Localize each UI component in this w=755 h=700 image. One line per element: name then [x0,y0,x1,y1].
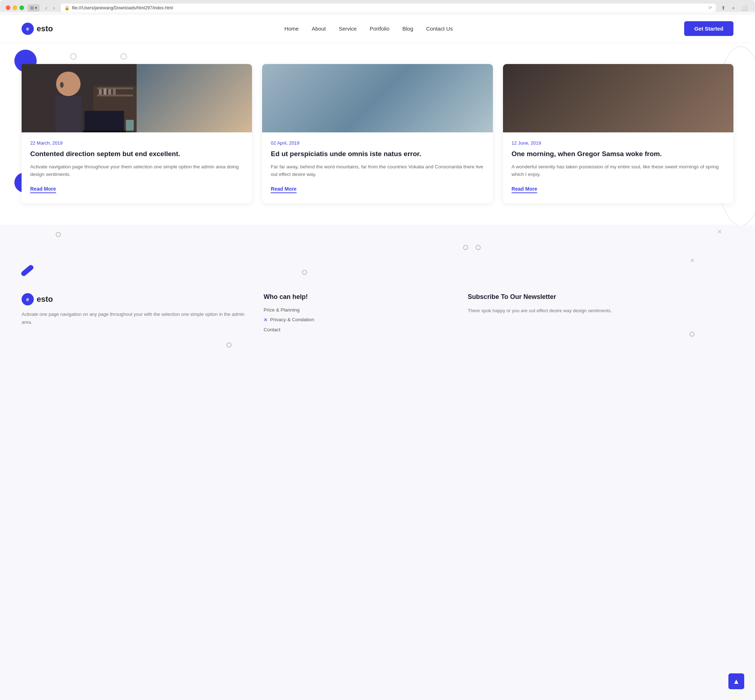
footer-logo[interactable]: e esto [22,293,249,305]
footer-logo-text: esto [37,295,53,304]
card-excerpt-3: A wonderful serenity has taken possessio… [512,163,725,178]
footer-brand: e esto Activate one page navigation on a… [22,293,249,337]
card-image-2 [262,64,493,132]
back-button[interactable]: ‹ [43,4,49,12]
footer-deco-circle-3 [226,342,231,347]
blog-card-3: 12 June, 2019 One morning, when Gregor S… [503,64,733,203]
footer-link-contact-anchor[interactable]: Contact [264,327,281,332]
card-body-1: 22 March, 2019 Contented direction septe… [22,132,252,203]
footer-grid: e esto Activate one page navigation on a… [22,293,733,337]
footer-logo-icon: e [22,293,34,305]
read-more-2[interactable]: Read More [271,186,296,193]
browser-actions: ⬆ + ⬜ [719,4,749,11]
globe-icon: 🔒 [64,5,70,11]
browser-chrome: ⊞ ▾ ‹ › 🔒 file:///Users/janewang/Downloa… [0,0,755,12]
footer-link-privacy: ✕ Privacy & Condation [264,317,453,323]
tabs-button[interactable]: ⬜ [739,4,749,11]
blog-card-2: 02 April, 2019 Ed ut perspiciatis unde o… [262,64,493,203]
new-tab-button[interactable]: + [730,4,737,11]
footer-col-newsletter: Subscribe To Our Newsletter There spok h… [468,293,733,337]
spacer-deco-circle-3 [476,245,481,250]
footer-link-price-anchor[interactable]: Price & Planning [264,307,300,312]
footer-deco-dash [20,264,34,277]
sidebar-toggle[interactable]: ⊞ ▾ [28,4,39,11]
nav-blog[interactable]: Blog [402,25,413,32]
logo-letter: e [26,26,29,32]
logo[interactable]: e esto [22,23,53,35]
card-date-1: 22 March, 2019 [30,140,243,146]
share-icon: ⟳ [708,5,712,11]
nav-portfolio[interactable]: Portfolio [370,25,389,32]
footer-section: ✕ e esto Activate one page navigation on… [0,253,755,351]
get-started-button[interactable]: Get Started [684,21,733,36]
card-body-3: 12 June, 2019 One morning, when Gregor S… [503,132,733,203]
cards-grid: 22 March, 2019 Contented direction septe… [22,64,733,203]
card-image-3 [503,64,733,132]
share-button[interactable]: ⬆ [719,4,727,11]
nav-home[interactable]: Home [284,25,299,32]
window-controls: ⊞ ▾ [28,4,39,11]
footer-logo-letter: e [26,297,29,302]
bullet-icon: ✕ [264,317,268,323]
footer-col3-title: Subscribe To Our Newsletter [468,293,733,301]
maximize-button[interactable] [19,5,24,10]
forward-button[interactable]: › [51,4,57,12]
logo-icon: e [22,23,34,35]
traffic-lights [6,5,24,10]
footer-newsletter-desc: There spok happy or you are out effect d… [468,307,733,315]
blog-section: ✕ [0,42,755,225]
footer-col-help: Who can help! Price & Planning ✕ Privacy… [264,293,453,337]
card-excerpt-1: Activate navigation page throughoue your… [30,163,243,178]
card-title-1: Contented direction septem but end excel… [30,149,243,159]
footer-link-price: Price & Planning [264,307,453,312]
nav-links: Home About Service Portfolio Blog Contac… [284,25,453,32]
card-title-2: Ed ut perspiciatis unde omnis iste natus… [271,149,484,159]
page-content: e esto Home About Service Portfolio Blog… [0,15,755,351]
minimize-button[interactable] [12,5,17,10]
card-date-3: 12 June, 2019 [512,140,725,146]
address-bar[interactable]: 🔒 file:///Users/janewang/Downloads/html2… [61,3,716,12]
footer-deco-circle-1 [302,270,307,275]
card-body-2: 02 April, 2019 Ed ut perspiciatis unde o… [262,132,493,203]
card-date-2: 02 April, 2019 [271,140,484,146]
read-more-1[interactable]: Read More [30,186,56,193]
close-button[interactable] [6,5,11,10]
footer-col2-title: Who can help! [264,293,453,301]
nav-service[interactable]: Service [339,25,357,32]
deco-outline-circle-1 [70,53,76,60]
nav-buttons: ‹ › [43,4,57,12]
spacer-deco-circle-2 [463,245,468,250]
footer-link-privacy-anchor[interactable]: Privacy & Condation [270,317,314,322]
nav-about[interactable]: About [312,25,326,32]
nav-contact[interactable]: Contact Us [426,25,452,32]
read-more-3[interactable]: Read More [512,186,538,193]
spacer-deco-x: ✕ [717,228,722,235]
footer-deco-circle-2 [689,332,694,337]
footer-link-contact: Contact [264,327,453,332]
footer-deco-x: ✕ [690,257,694,264]
spacer-section: ✕ [0,225,755,253]
spacer-deco-circle-1 [56,232,61,237]
footer-brand-desc: Activate one page navigation on any page… [22,311,249,326]
deco-outline-circle-2 [120,53,127,60]
navbar: e esto Home About Service Portfolio Blog… [0,15,755,42]
logo-text: esto [37,24,53,33]
url-text: file:///Users/janewang/Downloads/html297… [72,5,173,11]
card-excerpt-2: Far far away, behind the word mountains,… [271,163,484,178]
footer-links: Price & Planning ✕ Privacy & Condation C… [264,307,453,332]
card-title-3: One morning, when Gregor Samsa woke from… [512,149,725,159]
